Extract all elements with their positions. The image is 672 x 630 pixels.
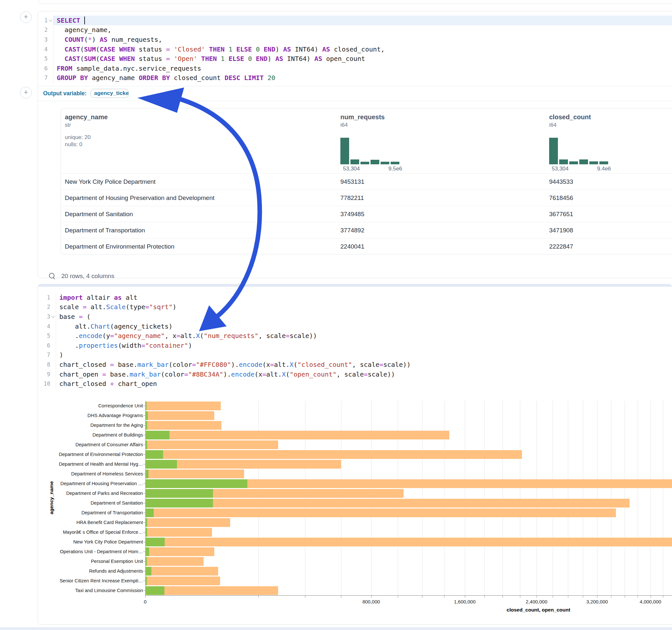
- bar-open-count: [145, 469, 148, 478]
- bar-open-count: [145, 567, 151, 576]
- y-axis-tick: [143, 464, 145, 464]
- y-axis-label: Senior Citizen Rent Increase Exempti…: [58, 576, 143, 586]
- table-cell: New York City Police Department: [65, 178, 340, 185]
- gridline: [502, 401, 503, 595]
- x-axis-tick: [568, 595, 568, 598]
- x-axis-tick: [444, 595, 445, 598]
- code-line[interactable]: 5 .encode(y="agency_name", x=alt.X("num_…: [38, 331, 672, 341]
- bar-closed-count: [145, 431, 449, 439]
- add-cell-button[interactable]: +: [20, 87, 32, 98]
- table-cell: 3774892: [340, 227, 549, 234]
- table-cell: 9443533: [549, 178, 672, 185]
- column-histogram: [549, 138, 609, 164]
- bar-open-count: [145, 538, 165, 547]
- code-line[interactable]: 4 CAST(SUM(CASE WHEN status = 'Closed' T…: [38, 44, 672, 54]
- table-row[interactable]: Department of Sanitation37494853677651: [61, 206, 672, 222]
- y-axis-tick: [143, 581, 145, 581]
- x-axis-tick: [502, 595, 503, 598]
- line-number: 1: [38, 17, 48, 24]
- x-axis-tick: [484, 595, 485, 598]
- x-axis-tick: [398, 595, 398, 598]
- python-code-editor[interactable]: 1import altair as alt2scale = alt.Scale(…: [38, 287, 672, 389]
- code-line[interactable]: 1import altair as alt: [38, 293, 672, 302]
- gridline: [484, 401, 485, 595]
- code-line[interactable]: 10chart_closed + chart_open: [38, 379, 672, 389]
- y-axis-tick: [143, 484, 145, 484]
- y-axis-label: Department for the Aging: [58, 420, 143, 430]
- code-line[interactable]: 5 CAST(SUM(CASE WHEN status = 'Open' THE…: [38, 54, 672, 64]
- x-axis-tick: [536, 595, 537, 598]
- chart-y-axis-title: agency_name: [49, 401, 54, 595]
- line-number: 4: [38, 323, 50, 330]
- bar-open-count: [145, 557, 147, 566]
- column-header[interactable]: num_requestsi64: [340, 113, 385, 129]
- column-header[interactable]: agency_namestrunique: 20nulls: 0: [65, 113, 107, 148]
- y-axis-label: Department of Environmental Protection: [58, 450, 143, 459]
- line-number: 7: [38, 75, 48, 81]
- code-line[interactable]: 2 agency_name,: [38, 25, 672, 35]
- y-axis-label: Department of Parks and Recreation: [58, 488, 143, 498]
- divider: [38, 86, 672, 86]
- table-row[interactable]: Department of Environmental Protection22…: [61, 239, 672, 255]
- add-cell-button[interactable]: +: [20, 11, 32, 23]
- y-axis-label: Mayorâ€ s Office of Special Enforce…: [58, 527, 143, 537]
- search-icon[interactable]: [49, 273, 55, 280]
- column-name: closed_count: [549, 113, 591, 121]
- code-line[interactable]: 7): [38, 350, 672, 360]
- bar-open-count: [145, 411, 148, 420]
- x-axis-tick: [583, 595, 583, 598]
- code-line[interactable]: 6FROM sample_data.nyc.service_requests: [38, 64, 672, 73]
- table-row[interactable]: Department of Transportation377489234719…: [61, 222, 672, 239]
- code-line[interactable]: 7GROUP BY agency_name ORDER BY closed_co…: [38, 73, 672, 83]
- bar-closed-count: [145, 421, 221, 430]
- code-line[interactable]: 3base = (: [38, 312, 672, 321]
- y-axis-label: Taxi and Limousine Commission: [58, 586, 143, 595]
- bar-open-count: [145, 499, 213, 508]
- gridline: [520, 401, 520, 595]
- bar-open-count: [145, 440, 147, 449]
- bar-closed-count: [145, 557, 203, 566]
- y-axis-label: Department of Consumer Affairs: [58, 440, 143, 450]
- code-line[interactable]: 9chart_open = base.mark_bar(color="#8BC3…: [38, 369, 672, 379]
- fold-chevron-icon[interactable]: [48, 20, 53, 21]
- previous-cell-fragment: [38, 0, 672, 4]
- y-axis-label: Department of Buildings: [58, 430, 143, 440]
- table-cell: 9453131: [340, 178, 549, 185]
- line-number: 5: [38, 333, 50, 339]
- table-cell: 3471908: [549, 227, 672, 234]
- gridline: [536, 401, 537, 595]
- y-axis-label: Correspondence Unit: [58, 401, 143, 411]
- bar-open-count: [145, 421, 147, 430]
- gridline: [422, 401, 423, 595]
- x-axis-tick: [371, 595, 371, 598]
- output-variable-pill[interactable]: agency_tickets: [91, 89, 129, 98]
- gridline: [625, 401, 625, 595]
- line-number: 2: [38, 304, 50, 310]
- code-line[interactable]: 6 .properties(width="container"): [38, 341, 672, 350]
- table-row[interactable]: Department of Housing Preservation and D…: [61, 190, 672, 206]
- code-line[interactable]: 4 alt.Chart(agency_tickets): [38, 321, 672, 331]
- bar-closed-count: [145, 440, 278, 449]
- y-axis-tick: [143, 571, 145, 571]
- y-axis-tick: [143, 406, 145, 406]
- x-axis-tick: [625, 595, 625, 598]
- x-axis-tick: [422, 595, 423, 598]
- code-line[interactable]: 2scale = alt.Scale(type="sqrt"): [38, 302, 672, 312]
- table-row[interactable]: New York City Police Department945313194…: [61, 174, 672, 190]
- x-axis-tick: [145, 595, 146, 598]
- histogram-range-labels: 53,3049.4e6: [552, 166, 636, 172]
- text-cursor: [84, 17, 85, 24]
- column-header[interactable]: closed_counti64: [549, 113, 591, 129]
- code-line[interactable]: 1SELECT: [38, 16, 672, 25]
- code-line[interactable]: 8chart_closed = base.mark_bar(color="#FF…: [38, 360, 672, 369]
- gridline: [583, 401, 583, 595]
- chart-x-axis-title: closed_count, open_count: [507, 607, 570, 613]
- column-type: str: [65, 122, 107, 129]
- sql-code-editor[interactable]: 1SELECT 2 agency_name,3 COUNT(*) AS num_…: [38, 11, 672, 83]
- x-axis-tick: [651, 595, 651, 598]
- fold-chevron-icon[interactable]: [50, 316, 56, 317]
- histogram-range-labels: 53,3049.5e6: [343, 166, 427, 172]
- line-number: 9: [38, 371, 50, 378]
- code-line[interactable]: 3 COUNT(*) AS num_requests,: [38, 35, 672, 44]
- sql-cell: 1SELECT 2 agency_name,3 COUNT(*) AS num_…: [38, 11, 672, 278]
